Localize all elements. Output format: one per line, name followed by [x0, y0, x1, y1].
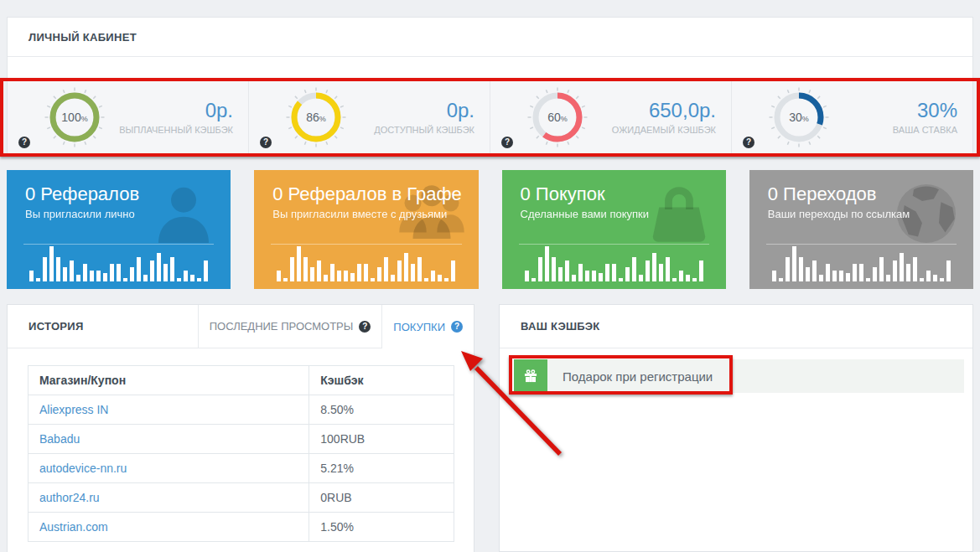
page-title: ЛИЧНЫЙ КАБИНЕТ: [8, 18, 972, 57]
stats-row: 100%0р.ВЫПЛАЧЕННЫЙ КЭШБЭК?86%0р.ДОСТУПНЫ…: [8, 78, 972, 156]
history-title: ИСТОРИЯ: [8, 305, 198, 348]
tiles-row: 0 РефераловВы пригласили лично0 Реферало…: [7, 170, 973, 289]
gauge-icon: 86%: [284, 85, 348, 149]
stat-value: 0р.: [106, 99, 233, 122]
tile-title: 0 Рефералов в Графе: [272, 183, 478, 205]
tile-group[interactable]: 0 Рефералов в ГрафеВы пригласили вместе …: [254, 170, 478, 289]
tile-subtitle: Вы пригласили лично: [25, 208, 231, 220]
history-panel-header: ИСТОРИЯ ПОСЛЕДНИЕ ПРОСМОТРЫ ? ПОКУПКИ ?: [8, 305, 474, 348]
tile-subtitle: Вы пригласили вместе с друзьями: [272, 208, 478, 220]
svg-text:86%: 86%: [306, 111, 326, 124]
table-row: autodevice-nn.ru5.21%: [29, 454, 454, 483]
tile-title: 0 Рефералов: [25, 183, 231, 205]
tile-mini-bar-chart: [749, 245, 973, 281]
cashback-value: 100RUB: [309, 425, 454, 454]
help-icon[interactable]: ?: [451, 321, 463, 333]
stat-cell: 100%0р.ВЫПЛАЧЕННЫЙ КЭШБЭК?: [8, 78, 249, 156]
stat-label: ОЖИДАЕМЫЙ КЭШБЭК: [589, 125, 716, 135]
help-icon[interactable]: ?: [260, 137, 272, 148]
col-header-shop: Магазин/Купон: [29, 366, 309, 395]
tile-title: 0 Переходов: [768, 183, 973, 205]
table-row: Aliexpress IN8.50%: [29, 395, 454, 425]
table-row: author24.ru0RUB: [29, 483, 454, 513]
tile-subtitle: Ваши переходы по ссылкам: [768, 208, 973, 220]
tile-mini-bar-chart: [502, 245, 726, 281]
history-panel: ИСТОРИЯ ПОСЛЕДНИЕ ПРОСМОТРЫ ? ПОКУПКИ ? …: [7, 304, 474, 552]
stat-value: 650,0р.: [589, 99, 716, 122]
stat-value: 0р.: [348, 99, 474, 122]
gift-registration-button[interactable]: Подарок при регистрации: [514, 359, 964, 393]
stat-value: 30%: [831, 99, 957, 122]
tile-title: 0 Покупок: [521, 183, 726, 205]
tile-person[interactable]: 0 РефераловВы пригласили лично: [7, 170, 231, 289]
history-table-body: Aliexpress IN8.50%Babadu100RUBautodevice…: [29, 395, 454, 542]
stat-label: ДОСТУПНЫЙ КЭШБЭК: [348, 125, 474, 135]
shop-link[interactable]: Aliexpress IN: [29, 395, 309, 425]
svg-text:30%: 30%: [789, 111, 809, 124]
tile-globe[interactable]: 0 ПереходовВаши переходы по ссылкам: [749, 170, 973, 289]
history-table-header-row: Магазин/Купон Кэшбэк: [29, 366, 454, 395]
cashback-value: 8.50%: [309, 395, 454, 425]
gift-icon: [514, 359, 547, 393]
cashback-value: 1.50%: [309, 513, 454, 542]
tab-purchases[interactable]: ПОКУПКИ ?: [381, 305, 474, 348]
cashback-title: ВАШ КЭШБЭК: [500, 305, 972, 348]
help-icon[interactable]: ?: [359, 321, 371, 333]
table-row: Babadu100RUB: [29, 425, 454, 454]
gauge-icon: 100%: [43, 85, 106, 149]
gauge-icon: 60%: [526, 85, 589, 149]
help-icon[interactable]: ?: [743, 137, 754, 148]
history-table: Магазин/Купон Кэшбэк Aliexpress IN8.50%B…: [28, 365, 454, 542]
table-row: Austrian.com1.50%: [29, 513, 454, 542]
shop-link[interactable]: autodevice-nn.ru: [29, 454, 309, 483]
stat-label: ВЫПЛАЧЕННЫЙ КЭШБЭК: [106, 125, 233, 135]
shop-link[interactable]: Austrian.com: [29, 513, 309, 542]
tile-mini-bar-chart: [254, 245, 478, 281]
stat-label: ВАША СТАВКА: [831, 125, 957, 135]
dashboard-page: ЛИЧНЫЙ КАБИНЕТ 100%0р.ВЫПЛАЧЕННЫЙ КЭШБЭК…: [0, 0, 980, 552]
shop-link[interactable]: author24.ru: [29, 483, 309, 513]
gift-label: Подарок при регистрации: [563, 369, 713, 384]
col-header-cashback: Кэшбэк: [309, 366, 454, 395]
help-icon[interactable]: ?: [18, 137, 30, 148]
tab-last-viewed-label: ПОСЛЕДНИЕ ПРОСМОТРЫ: [210, 320, 354, 333]
svg-text:100%: 100%: [61, 111, 87, 124]
tile-subtitle: Сделанные вами покупки: [521, 208, 726, 220]
cashback-value: 5.21%: [309, 454, 454, 483]
tab-purchases-label: ПОКУПКИ: [393, 321, 445, 333]
stat-cell: 30%30%ВАША СТАВКА?: [732, 78, 972, 156]
shop-link[interactable]: Babadu: [29, 425, 309, 454]
cashback-value: 0RUB: [309, 483, 454, 513]
stat-cell: 86%0р.ДОСТУПНЫЙ КЭШБЭК?: [249, 78, 490, 156]
personal-cabinet-panel: ЛИЧНЫЙ КАБИНЕТ 100%0р.ВЫПЛАЧЕННЫЙ КЭШБЭК…: [7, 17, 973, 157]
tab-last-viewed[interactable]: ПОСЛЕДНИЕ ПРОСМОТРЫ ?: [198, 305, 382, 348]
svg-text:60%: 60%: [547, 111, 568, 124]
help-icon[interactable]: ?: [501, 137, 513, 148]
stat-cell: 60%650,0р.ОЖИДАЕМЫЙ КЭШБЭК?: [490, 78, 732, 156]
gauge-icon: 30%: [767, 85, 831, 149]
tile-mini-bar-chart: [7, 245, 231, 281]
tile-shopping-bag[interactable]: 0 ПокупокСделанные вами покупки: [502, 170, 726, 289]
cashback-panel: ВАШ КЭШБЭК Подарок при регистрации: [499, 304, 973, 552]
